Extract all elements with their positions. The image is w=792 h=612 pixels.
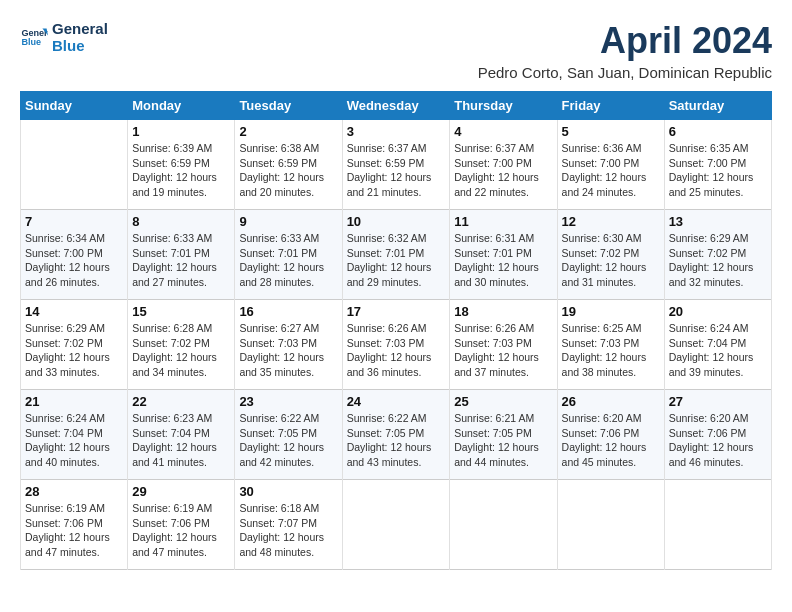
day-number: 13: [669, 214, 767, 229]
day-number: 21: [25, 394, 123, 409]
title-block: April 2024 Pedro Corto, San Juan, Domini…: [478, 20, 772, 81]
day-number: 20: [669, 304, 767, 319]
day-cell: 24Sunrise: 6:22 AM Sunset: 7:05 PM Dayli…: [342, 390, 450, 480]
day-info: Sunrise: 6:29 AM Sunset: 7:02 PM Dayligh…: [25, 321, 123, 380]
day-info: Sunrise: 6:25 AM Sunset: 7:03 PM Dayligh…: [562, 321, 660, 380]
day-info: Sunrise: 6:34 AM Sunset: 7:00 PM Dayligh…: [25, 231, 123, 290]
day-cell: 7Sunrise: 6:34 AM Sunset: 7:00 PM Daylig…: [21, 210, 128, 300]
day-number: 1: [132, 124, 230, 139]
day-cell: 12Sunrise: 6:30 AM Sunset: 7:02 PM Dayli…: [557, 210, 664, 300]
day-info: Sunrise: 6:27 AM Sunset: 7:03 PM Dayligh…: [239, 321, 337, 380]
day-cell: 21Sunrise: 6:24 AM Sunset: 7:04 PM Dayli…: [21, 390, 128, 480]
day-cell: 6Sunrise: 6:35 AM Sunset: 7:00 PM Daylig…: [664, 120, 771, 210]
day-info: Sunrise: 6:39 AM Sunset: 6:59 PM Dayligh…: [132, 141, 230, 200]
day-cell: 23Sunrise: 6:22 AM Sunset: 7:05 PM Dayli…: [235, 390, 342, 480]
day-number: 22: [132, 394, 230, 409]
day-cell: [21, 120, 128, 210]
day-info: Sunrise: 6:31 AM Sunset: 7:01 PM Dayligh…: [454, 231, 552, 290]
day-cell: 8Sunrise: 6:33 AM Sunset: 7:01 PM Daylig…: [128, 210, 235, 300]
day-info: Sunrise: 6:26 AM Sunset: 7:03 PM Dayligh…: [347, 321, 446, 380]
day-info: Sunrise: 6:19 AM Sunset: 7:06 PM Dayligh…: [25, 501, 123, 560]
day-cell: [557, 480, 664, 570]
day-number: 16: [239, 304, 337, 319]
day-info: Sunrise: 6:20 AM Sunset: 7:06 PM Dayligh…: [669, 411, 767, 470]
day-cell: 25Sunrise: 6:21 AM Sunset: 7:05 PM Dayli…: [450, 390, 557, 480]
day-info: Sunrise: 6:24 AM Sunset: 7:04 PM Dayligh…: [25, 411, 123, 470]
day-number: 10: [347, 214, 446, 229]
day-number: 29: [132, 484, 230, 499]
header-cell-saturday: Saturday: [664, 92, 771, 120]
day-number: 18: [454, 304, 552, 319]
day-cell: 14Sunrise: 6:29 AM Sunset: 7:02 PM Dayli…: [21, 300, 128, 390]
day-number: 12: [562, 214, 660, 229]
day-cell: 17Sunrise: 6:26 AM Sunset: 7:03 PM Dayli…: [342, 300, 450, 390]
day-info: Sunrise: 6:37 AM Sunset: 7:00 PM Dayligh…: [454, 141, 552, 200]
header-cell-sunday: Sunday: [21, 92, 128, 120]
day-number: 4: [454, 124, 552, 139]
logo-line1: General: [52, 20, 108, 37]
day-info: Sunrise: 6:28 AM Sunset: 7:02 PM Dayligh…: [132, 321, 230, 380]
day-number: 8: [132, 214, 230, 229]
day-info: Sunrise: 6:33 AM Sunset: 7:01 PM Dayligh…: [239, 231, 337, 290]
day-number: 2: [239, 124, 337, 139]
day-info: Sunrise: 6:35 AM Sunset: 7:00 PM Dayligh…: [669, 141, 767, 200]
day-info: Sunrise: 6:37 AM Sunset: 6:59 PM Dayligh…: [347, 141, 446, 200]
day-number: 9: [239, 214, 337, 229]
day-number: 19: [562, 304, 660, 319]
day-cell: 11Sunrise: 6:31 AM Sunset: 7:01 PM Dayli…: [450, 210, 557, 300]
day-info: Sunrise: 6:21 AM Sunset: 7:05 PM Dayligh…: [454, 411, 552, 470]
day-cell: 27Sunrise: 6:20 AM Sunset: 7:06 PM Dayli…: [664, 390, 771, 480]
day-info: Sunrise: 6:20 AM Sunset: 7:06 PM Dayligh…: [562, 411, 660, 470]
header-cell-monday: Monday: [128, 92, 235, 120]
day-number: 11: [454, 214, 552, 229]
day-number: 26: [562, 394, 660, 409]
header-cell-tuesday: Tuesday: [235, 92, 342, 120]
day-number: 5: [562, 124, 660, 139]
day-cell: 9Sunrise: 6:33 AM Sunset: 7:01 PM Daylig…: [235, 210, 342, 300]
day-cell: 22Sunrise: 6:23 AM Sunset: 7:04 PM Dayli…: [128, 390, 235, 480]
day-cell: [664, 480, 771, 570]
header-cell-thursday: Thursday: [450, 92, 557, 120]
day-info: Sunrise: 6:22 AM Sunset: 7:05 PM Dayligh…: [239, 411, 337, 470]
week-row-1: 1Sunrise: 6:39 AM Sunset: 6:59 PM Daylig…: [21, 120, 772, 210]
day-cell: 2Sunrise: 6:38 AM Sunset: 6:59 PM Daylig…: [235, 120, 342, 210]
day-info: Sunrise: 6:19 AM Sunset: 7:06 PM Dayligh…: [132, 501, 230, 560]
day-number: 14: [25, 304, 123, 319]
day-info: Sunrise: 6:24 AM Sunset: 7:04 PM Dayligh…: [669, 321, 767, 380]
day-number: 15: [132, 304, 230, 319]
day-info: Sunrise: 6:36 AM Sunset: 7:00 PM Dayligh…: [562, 141, 660, 200]
day-cell: 28Sunrise: 6:19 AM Sunset: 7:06 PM Dayli…: [21, 480, 128, 570]
day-number: 23: [239, 394, 337, 409]
logo: General Blue General Blue: [20, 20, 108, 54]
calendar-body: 1Sunrise: 6:39 AM Sunset: 6:59 PM Daylig…: [21, 120, 772, 570]
day-cell: 1Sunrise: 6:39 AM Sunset: 6:59 PM Daylig…: [128, 120, 235, 210]
day-cell: 10Sunrise: 6:32 AM Sunset: 7:01 PM Dayli…: [342, 210, 450, 300]
week-row-4: 21Sunrise: 6:24 AM Sunset: 7:04 PM Dayli…: [21, 390, 772, 480]
day-info: Sunrise: 6:22 AM Sunset: 7:05 PM Dayligh…: [347, 411, 446, 470]
day-number: 7: [25, 214, 123, 229]
header-cell-friday: Friday: [557, 92, 664, 120]
day-number: 28: [25, 484, 123, 499]
page-header: General Blue General Blue April 2024 Ped…: [20, 20, 772, 81]
day-info: Sunrise: 6:18 AM Sunset: 7:07 PM Dayligh…: [239, 501, 337, 560]
day-info: Sunrise: 6:32 AM Sunset: 7:01 PM Dayligh…: [347, 231, 446, 290]
day-cell: 5Sunrise: 6:36 AM Sunset: 7:00 PM Daylig…: [557, 120, 664, 210]
day-number: 6: [669, 124, 767, 139]
day-number: 27: [669, 394, 767, 409]
month-title: April 2024: [478, 20, 772, 62]
calendar-table: SundayMondayTuesdayWednesdayThursdayFrid…: [20, 91, 772, 570]
header-row: SundayMondayTuesdayWednesdayThursdayFrid…: [21, 92, 772, 120]
day-info: Sunrise: 6:29 AM Sunset: 7:02 PM Dayligh…: [669, 231, 767, 290]
day-cell: 20Sunrise: 6:24 AM Sunset: 7:04 PM Dayli…: [664, 300, 771, 390]
location: Pedro Corto, San Juan, Dominican Republi…: [478, 64, 772, 81]
day-info: Sunrise: 6:33 AM Sunset: 7:01 PM Dayligh…: [132, 231, 230, 290]
day-number: 24: [347, 394, 446, 409]
day-cell: 4Sunrise: 6:37 AM Sunset: 7:00 PM Daylig…: [450, 120, 557, 210]
logo-icon: General Blue: [20, 23, 48, 51]
day-info: Sunrise: 6:30 AM Sunset: 7:02 PM Dayligh…: [562, 231, 660, 290]
day-cell: 3Sunrise: 6:37 AM Sunset: 6:59 PM Daylig…: [342, 120, 450, 210]
day-cell: [342, 480, 450, 570]
day-info: Sunrise: 6:38 AM Sunset: 6:59 PM Dayligh…: [239, 141, 337, 200]
day-cell: 16Sunrise: 6:27 AM Sunset: 7:03 PM Dayli…: [235, 300, 342, 390]
svg-text:Blue: Blue: [21, 37, 41, 47]
